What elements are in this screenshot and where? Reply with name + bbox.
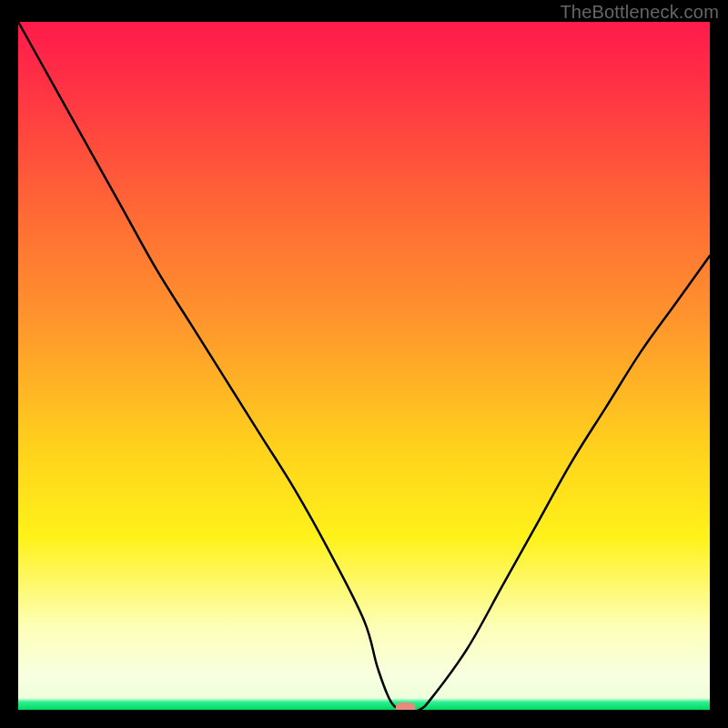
chart-frame: TheBottleneck.com <box>0 0 728 728</box>
green-baseline-strip <box>18 699 710 710</box>
heat-background <box>18 22 710 710</box>
plot-area <box>18 22 710 710</box>
watermark-text: TheBottleneck.com <box>560 2 719 23</box>
optimum-marker <box>396 703 416 710</box>
